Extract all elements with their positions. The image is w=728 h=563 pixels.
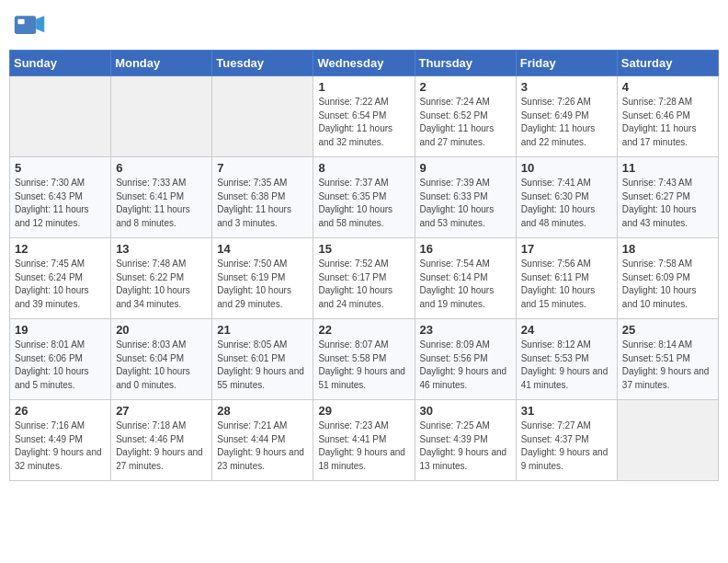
day-number: 29 (318, 404, 409, 418)
calendar-cell: 30Sunrise: 7:25 AM Sunset: 4:39 PM Dayli… (415, 400, 516, 481)
header-friday: Friday (516, 51, 617, 76)
day-number: 8 (318, 161, 409, 175)
day-detail: Sunrise: 8:05 AM Sunset: 6:01 PM Dayligh… (217, 339, 308, 392)
calendar-week-3: 12Sunrise: 7:45 AM Sunset: 6:24 PM Dayli… (10, 238, 719, 319)
day-number: 11 (622, 161, 713, 175)
calendar-cell: 2Sunrise: 7:24 AM Sunset: 6:52 PM Daylig… (415, 76, 516, 157)
calendar-cell: 3Sunrise: 7:26 AM Sunset: 6:49 PM Daylig… (516, 76, 617, 157)
day-number: 27 (116, 404, 207, 418)
day-detail: Sunrise: 7:39 AM Sunset: 6:33 PM Dayligh… (420, 177, 511, 230)
day-detail: Sunrise: 7:18 AM Sunset: 4:46 PM Dayligh… (116, 419, 207, 473)
calendar-cell: 9Sunrise: 7:39 AM Sunset: 6:33 PM Daylig… (415, 157, 516, 238)
calendar-cell: 24Sunrise: 8:12 AM Sunset: 5:53 PM Dayli… (516, 319, 617, 400)
calendar-cell: 28Sunrise: 7:21 AM Sunset: 4:44 PM Dayli… (212, 400, 313, 481)
calendar-cell (111, 76, 212, 157)
calendar-table: SundayMondayTuesdayWednesdayThursdayFrid… (9, 50, 719, 481)
calendar-week-5: 26Sunrise: 7:16 AM Sunset: 4:49 PM Dayli… (10, 400, 719, 481)
day-detail: Sunrise: 7:27 AM Sunset: 4:37 PM Dayligh… (521, 419, 612, 473)
calendar-cell: 27Sunrise: 7:18 AM Sunset: 4:46 PM Dayli… (111, 400, 212, 481)
day-number: 3 (521, 80, 612, 94)
day-detail: Sunrise: 7:35 AM Sunset: 6:38 PM Dayligh… (217, 177, 308, 230)
calendar-week-2: 5Sunrise: 7:30 AM Sunset: 6:43 PM Daylig… (10, 157, 719, 238)
day-detail: Sunrise: 7:30 AM Sunset: 6:43 PM Dayligh… (15, 177, 106, 230)
calendar-cell: 17Sunrise: 7:56 AM Sunset: 6:11 PM Dayli… (516, 238, 617, 319)
day-number: 13 (116, 242, 207, 256)
day-detail: Sunrise: 7:28 AM Sunset: 6:46 PM Dayligh… (622, 96, 713, 149)
calendar-cell: 25Sunrise: 8:14 AM Sunset: 5:51 PM Dayli… (617, 319, 718, 400)
day-detail: Sunrise: 7:16 AM Sunset: 4:49 PM Dayligh… (15, 419, 106, 473)
day-number: 20 (116, 323, 207, 337)
day-number: 12 (15, 242, 106, 256)
day-detail: Sunrise: 7:58 AM Sunset: 6:09 PM Dayligh… (622, 258, 713, 311)
day-detail: Sunrise: 7:21 AM Sunset: 4:44 PM Dayligh… (217, 419, 308, 473)
calendar-cell: 29Sunrise: 7:23 AM Sunset: 4:41 PM Dayli… (313, 400, 415, 481)
calendar-cell: 7Sunrise: 7:35 AM Sunset: 6:38 PM Daylig… (212, 157, 313, 238)
calendar-cell: 11Sunrise: 7:43 AM Sunset: 6:27 PM Dayli… (617, 157, 718, 238)
day-detail: Sunrise: 8:07 AM Sunset: 5:58 PM Dayligh… (318, 339, 409, 392)
day-detail: Sunrise: 7:25 AM Sunset: 4:39 PM Dayligh… (420, 419, 511, 473)
header-sunday: Sunday (10, 51, 111, 76)
svg-rect-2 (17, 19, 24, 24)
day-number: 18 (622, 242, 713, 256)
day-detail: Sunrise: 7:41 AM Sunset: 6:30 PM Dayligh… (521, 177, 612, 230)
header-wednesday: Wednesday (313, 51, 415, 76)
calendar-week-1: 1Sunrise: 7:22 AM Sunset: 6:54 PM Daylig… (10, 76, 719, 157)
calendar-cell: 13Sunrise: 7:48 AM Sunset: 6:22 PM Dayli… (111, 238, 212, 319)
calendar-cell: 26Sunrise: 7:16 AM Sunset: 4:49 PM Dayli… (10, 400, 111, 481)
day-detail: Sunrise: 7:54 AM Sunset: 6:14 PM Dayligh… (420, 258, 511, 311)
day-detail: Sunrise: 8:03 AM Sunset: 6:04 PM Dayligh… (116, 339, 207, 392)
calendar-cell (10, 76, 111, 157)
svg-rect-0 (15, 16, 36, 34)
day-number: 9 (420, 161, 511, 175)
calendar-cell: 31Sunrise: 7:27 AM Sunset: 4:37 PM Dayli… (516, 400, 617, 481)
calendar-cell: 4Sunrise: 7:28 AM Sunset: 6:46 PM Daylig… (617, 76, 718, 157)
day-number: 25 (622, 323, 713, 337)
day-detail: Sunrise: 8:14 AM Sunset: 5:51 PM Dayligh… (622, 339, 713, 392)
header-tuesday: Tuesday (212, 51, 313, 76)
calendar-cell (212, 76, 313, 157)
day-number: 28 (217, 404, 308, 418)
calendar-cell: 23Sunrise: 8:09 AM Sunset: 5:56 PM Dayli… (415, 319, 516, 400)
day-number: 17 (521, 242, 612, 256)
svg-marker-1 (36, 16, 44, 32)
day-number: 5 (15, 161, 106, 175)
calendar-cell: 12Sunrise: 7:45 AM Sunset: 6:24 PM Dayli… (10, 238, 111, 319)
day-number: 7 (217, 161, 308, 175)
day-number: 16 (420, 242, 511, 256)
day-detail: Sunrise: 7:23 AM Sunset: 4:41 PM Dayligh… (318, 419, 409, 473)
day-number: 15 (318, 242, 409, 256)
day-number: 30 (420, 404, 511, 418)
day-detail: Sunrise: 8:09 AM Sunset: 5:56 PM Dayligh… (420, 339, 511, 392)
day-number: 21 (217, 323, 308, 337)
day-number: 14 (217, 242, 308, 256)
day-number: 6 (116, 161, 207, 175)
day-number: 22 (318, 323, 409, 337)
day-detail: Sunrise: 7:56 AM Sunset: 6:11 PM Dayligh… (521, 258, 612, 311)
calendar-cell: 22Sunrise: 8:07 AM Sunset: 5:58 PM Dayli… (313, 319, 415, 400)
day-number: 24 (521, 323, 612, 337)
calendar-cell: 6Sunrise: 7:33 AM Sunset: 6:41 PM Daylig… (111, 157, 212, 238)
calendar-header-row: SundayMondayTuesdayWednesdayThursdayFrid… (10, 51, 719, 76)
page-header (9, 9, 719, 42)
day-detail: Sunrise: 8:12 AM Sunset: 5:53 PM Dayligh… (521, 339, 612, 392)
day-number: 4 (622, 80, 713, 94)
day-detail: Sunrise: 7:45 AM Sunset: 6:24 PM Dayligh… (15, 258, 106, 311)
day-detail: Sunrise: 7:37 AM Sunset: 6:35 PM Dayligh… (318, 177, 409, 230)
day-detail: Sunrise: 7:26 AM Sunset: 6:49 PM Dayligh… (521, 96, 612, 149)
header-thursday: Thursday (415, 51, 516, 76)
header-monday: Monday (111, 51, 212, 76)
calendar-cell: 19Sunrise: 8:01 AM Sunset: 6:06 PM Dayli… (10, 319, 111, 400)
day-detail: Sunrise: 7:22 AM Sunset: 6:54 PM Dayligh… (318, 96, 409, 149)
day-number: 19 (15, 323, 106, 337)
calendar-week-4: 19Sunrise: 8:01 AM Sunset: 6:06 PM Dayli… (10, 319, 719, 400)
calendar-cell: 14Sunrise: 7:50 AM Sunset: 6:19 PM Dayli… (212, 238, 313, 319)
day-number: 2 (420, 80, 511, 94)
day-number: 31 (521, 404, 612, 418)
day-detail: Sunrise: 7:48 AM Sunset: 6:22 PM Dayligh… (116, 258, 207, 311)
logo-icon (13, 9, 46, 42)
calendar-cell (617, 400, 718, 481)
logo (13, 9, 50, 42)
day-detail: Sunrise: 7:50 AM Sunset: 6:19 PM Dayligh… (217, 258, 308, 311)
calendar-cell: 21Sunrise: 8:05 AM Sunset: 6:01 PM Dayli… (212, 319, 313, 400)
day-detail: Sunrise: 8:01 AM Sunset: 6:06 PM Dayligh… (15, 339, 106, 392)
